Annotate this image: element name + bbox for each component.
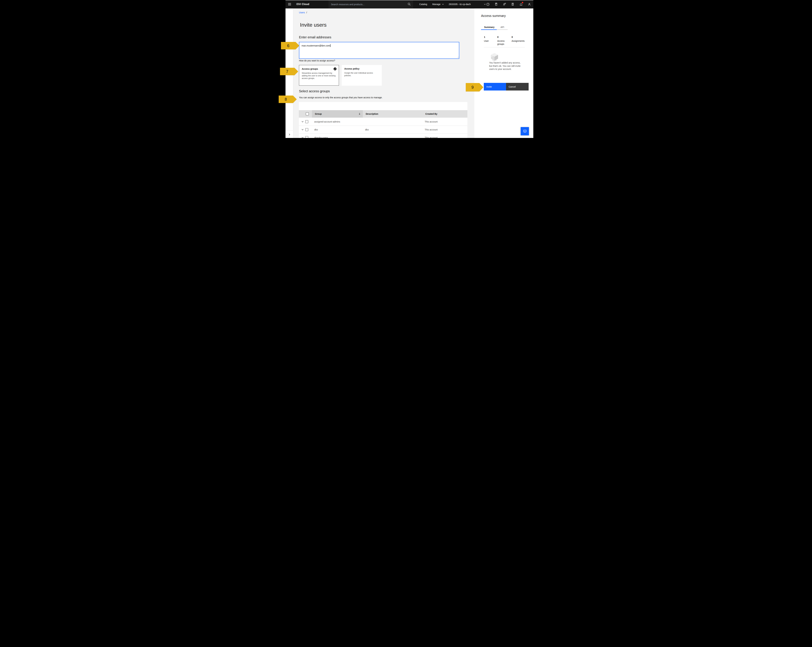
cancel-button[interactable]: Cancel (506, 83, 529, 90)
access-summary-panel: Access summary Summary API 1 User 0 Acce… (475, 8, 533, 138)
expand-row-button[interactable] (299, 129, 305, 130)
tile-description: Streamline access management by adding t… (302, 72, 336, 80)
nav-catalog-label: Catalog (419, 3, 427, 6)
table-row[interactable]: assigned-account-admins This account (299, 118, 467, 126)
calculator-icon (511, 3, 514, 6)
breadcrumb-separator: / (307, 11, 307, 14)
summary-tabs: Summary API (481, 24, 508, 30)
table-row[interactable]: dtoroks-users This account (299, 133, 467, 138)
select-all-checkbox[interactable] (306, 112, 309, 115)
access-groups-table: Group Description Created By (299, 102, 467, 138)
cell-created-by: This account (422, 136, 467, 138)
email-input[interactable]: max.mustermann@ibm.com (299, 42, 459, 59)
account-selector[interactable]: 2633335 - itz-cp-dach (449, 0, 483, 8)
annotation-number: 7 (280, 68, 295, 75)
tab-label: Summary (484, 26, 495, 28)
tile-access-policy[interactable]: Access policy Assign the user individual… (342, 65, 382, 86)
annotation-step-8: 8 (279, 96, 297, 103)
ibm-cloud-logo[interactable]: IBM Cloud (296, 0, 309, 8)
help-icon: ? (486, 3, 490, 6)
row-checkbox[interactable] (305, 120, 308, 123)
menu-icon[interactable] (287, 2, 292, 7)
page-title: Invite users (300, 22, 327, 28)
expand-row-button[interactable] (299, 137, 305, 138)
notifications-button[interactable] (518, 2, 524, 7)
tab-summary[interactable]: Summary (481, 24, 497, 30)
email-section-heading: Enter email addresses (299, 35, 331, 39)
stat-value: 1 (484, 36, 497, 38)
tile-title: Access groups (302, 67, 336, 70)
account-label: 2633335 - itz-cp-dach (449, 3, 471, 6)
column-label: Description (366, 113, 378, 115)
web-cli-button[interactable] (493, 2, 499, 7)
user-feedback-button[interactable] (502, 2, 507, 7)
annotation-number: 6 (281, 42, 296, 49)
expand-rail-button[interactable] (288, 133, 291, 136)
assign-access-question: How do you want to assign access? (299, 59, 335, 62)
user-feedback-icon (503, 3, 506, 6)
top-header: IBM Cloud Catalog Manage 2633335 - itz-c… (279, 0, 533, 8)
notification-badge (522, 2, 523, 3)
summary-stats: 1 User 0 Access groups 0 Assignments (484, 36, 528, 46)
select-access-groups-heading: Select access groups (299, 89, 330, 93)
annotation-number: 8 (279, 96, 293, 103)
nav-catalog[interactable]: Catalog (419, 0, 427, 8)
stat-assignments: 0 Assignments (511, 36, 528, 46)
cost-estimator-button[interactable] (510, 2, 515, 7)
chat-bubble-icon (523, 129, 527, 133)
svg-text:?: ? (487, 3, 488, 5)
arrow-right-tip (296, 42, 299, 49)
checkmark-filled-icon (333, 67, 337, 71)
cell-created-by: This account (422, 128, 467, 131)
stat-value: 0 (497, 36, 511, 38)
brand-prefix: IBM (296, 3, 301, 6)
column-label: Group (315, 113, 322, 115)
tab-label: API (501, 26, 504, 28)
search-input[interactable] (328, 3, 407, 6)
global-search[interactable] (328, 0, 413, 8)
expand-row-button[interactable] (299, 121, 305, 122)
invite-button[interactable]: Invite (484, 83, 506, 90)
stat-value: 0 (511, 36, 528, 38)
hamburger-icon (288, 3, 291, 6)
stat-access-groups: 0 Access groups (497, 36, 511, 46)
annotation-step-9: 9 (466, 83, 483, 92)
row-checkbox[interactable] (305, 136, 308, 138)
panel-divider (484, 47, 525, 47)
window-edge (285, 0, 533, 0)
table-row[interactable]: dko dko This account (299, 126, 467, 133)
resize-grip[interactable] (457, 56, 459, 58)
arrow-right-tip (479, 83, 483, 92)
select-all-cell (299, 110, 312, 118)
email-input-value: max.mustermann@ibm.com (302, 44, 330, 47)
access-summary-title: Access summary (481, 14, 506, 18)
stat-label: Access groups (497, 40, 506, 46)
help-button[interactable]: ? (485, 2, 490, 7)
column-header-created-by[interactable]: Created By (423, 110, 467, 118)
select-access-groups-description: You can assign access to only the access… (299, 96, 382, 99)
nav-manage[interactable]: Manage (432, 0, 444, 8)
sort-descending-icon[interactable] (358, 112, 361, 116)
cell-group: assigned-account-admins (311, 121, 362, 123)
breadcrumb-users-link[interactable]: Users (299, 11, 305, 14)
ibm-cloud-invite-users-page: IBM Cloud Catalog Manage 2633335 - itz-c… (279, 0, 533, 138)
support-chat-button[interactable] (520, 127, 529, 135)
column-header-description[interactable]: Description (363, 110, 423, 118)
terminal-icon (495, 3, 498, 6)
tile-access-groups[interactable]: Access groups Streamline access manageme… (299, 65, 339, 86)
nav-manage-label: Manage (432, 3, 441, 6)
search-icon[interactable] (408, 3, 411, 6)
chevron-down-icon (302, 121, 304, 122)
row-checkbox[interactable] (305, 128, 308, 131)
column-header-group[interactable]: Group (312, 110, 363, 118)
arrow-right-tip (295, 68, 298, 75)
breadcrumb: Users / (299, 11, 307, 14)
stat-label: User (484, 40, 497, 43)
tab-api[interactable]: API (497, 24, 508, 30)
tile-title: Access policy (344, 67, 379, 70)
tile-description: Assign the user individual access polici… (344, 72, 379, 77)
stat-label: Assignments (511, 40, 528, 43)
chevron-right-icon (288, 133, 291, 136)
profile-button[interactable] (527, 2, 532, 7)
cell-description: dko (362, 128, 422, 131)
